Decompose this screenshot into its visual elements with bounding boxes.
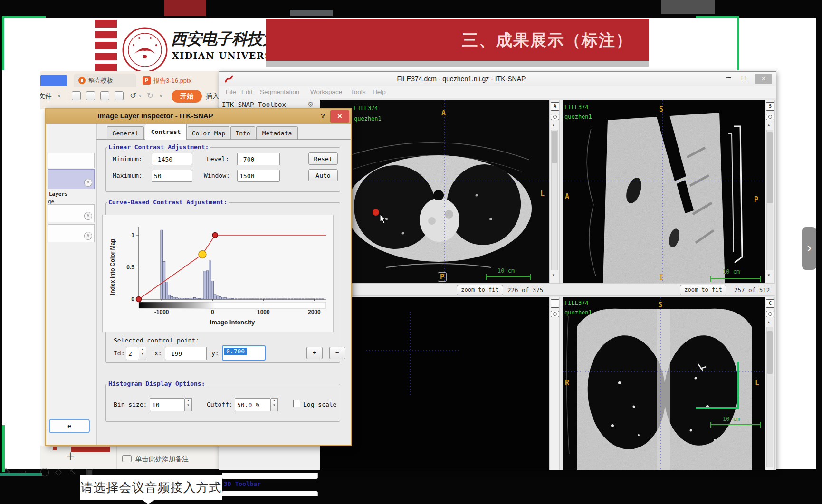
scrollbar-track[interactable] [766, 130, 773, 270]
coronal-view[interactable] [563, 297, 765, 470]
add-point-button[interactable]: + [306, 347, 323, 359]
annotation-dot[interactable] [373, 209, 379, 216]
scrollbar-track[interactable] [766, 327, 773, 467]
tab-color-map[interactable]: Color Map [188, 126, 229, 140]
undo-icon[interactable]: ↺ [130, 91, 136, 101]
menu-help[interactable]: Help [373, 88, 386, 95]
output-icon[interactable] [86, 91, 95, 100]
scroll-up-icon[interactable]: ▲ [552, 123, 555, 127]
minimize-icon[interactable]: – [726, 73, 731, 82]
curve-chart-svg[interactable]: 00.51-1000010002000Image Intensity [103, 215, 334, 333]
cutoff-spinner[interactable]: ▲▼ [271, 398, 278, 411]
bin-size-spinner[interactable]: ▲▼ [185, 398, 192, 411]
camera-icon[interactable] [766, 114, 774, 120]
cursor-icon[interactable]: ↖ [69, 466, 76, 477]
layer-row[interactable]: ∨ [48, 224, 95, 242]
menu-segmentation[interactable]: Segmentation [260, 88, 299, 95]
scroll-up-icon[interactable]: ▲ [767, 123, 771, 127]
dialog-titlebar[interactable]: Image Layer Inspector - ITK-SNAP ? × [46, 109, 351, 124]
layer-row[interactable]: ∨ [48, 204, 95, 222]
point-id-input[interactable] [126, 347, 139, 360]
rectangle-icon[interactable]: ▭ [18, 466, 26, 477]
preview-icon[interactable] [115, 91, 124, 100]
menu-workspace[interactable]: Workspace [310, 88, 342, 95]
tab-contrast[interactable]: Contrast [145, 124, 187, 140]
level-input[interactable] [237, 153, 280, 165]
redo-icon[interactable]: ↻ [147, 91, 153, 101]
contrast-curve-chart[interactable]: 00.51-1000010002000Image Intensity Index… [102, 215, 334, 332]
menu-file[interactable]: File [226, 88, 236, 95]
point-x-input[interactable] [165, 347, 207, 360]
window-input[interactable] [237, 170, 280, 182]
scroll-down-icon[interactable]: ▼ [552, 273, 555, 277]
maximize-icon[interactable]: □ [742, 74, 746, 82]
log-scale-checkbox[interactable] [293, 400, 300, 407]
dialog-close-icon[interactable]: × [330, 110, 349, 123]
curve-control-point[interactable] [136, 297, 142, 302]
image-layer-inspector-dialog: Image Layer Inspector - ITK-SNAP ? × ∨ L… [45, 108, 352, 446]
undo-dropdown-icon[interactable]: ∨ [139, 94, 142, 98]
gear-icon[interactable]: ⚙ [307, 100, 314, 109]
scroll-down-icon[interactable]: ▼ [767, 273, 771, 277]
minimum-input[interactable] [152, 153, 192, 165]
menu-edit[interactable]: Edit [241, 88, 252, 95]
tab-metadata[interactable]: Metadata [256, 126, 298, 140]
wps-file-menu[interactable]: 文件 [40, 92, 52, 101]
menu-tools[interactable]: Tools [351, 88, 366, 95]
diamond-icon[interactable]: ◇ [55, 466, 62, 477]
curve-control-point[interactable] [212, 233, 218, 238]
wps-insert-menu[interactable]: 插入 [206, 92, 219, 101]
remove-point-button[interactable]: − [329, 347, 345, 359]
sagittal-view-icon[interactable]: S [766, 102, 774, 111]
camera-icon[interactable] [766, 311, 774, 317]
save-icon[interactable] [72, 91, 81, 100]
axial-view[interactable] [320, 100, 549, 283]
close-icon[interactable]: × [755, 74, 772, 84]
wps-tab-fragment[interactable] [40, 75, 67, 86]
side-panel-expand-button[interactable]: › [802, 227, 816, 270]
layer-row-selected[interactable]: ∨ [48, 169, 95, 189]
ellipse-icon[interactable]: ◯ [40, 466, 49, 477]
add-slide-button[interactable]: + [66, 447, 75, 465]
wps-tab-file[interactable]: P 报告3-16.pptx [138, 74, 219, 87]
wps-tab-template[interactable]: 稻壳模板 [74, 74, 136, 87]
camera-icon[interactable] [551, 311, 559, 317]
cutoff-input[interactable] [235, 398, 271, 411]
axial-view-icon[interactable]: A [551, 102, 559, 111]
print-icon[interactable] [100, 91, 109, 100]
volume-view-icon[interactable] [551, 299, 559, 308]
chevron-down-icon[interactable]: ∨ [57, 93, 61, 98]
scrollbar-thumb[interactable] [767, 132, 773, 203]
tab-info[interactable]: Info [230, 126, 255, 140]
help-icon[interactable]: ? [321, 112, 325, 120]
reset-button[interactable]: Reset [308, 152, 338, 165]
scroll-up-icon[interactable]: ▲ [767, 320, 771, 324]
layer-row[interactable] [48, 153, 95, 168]
notes-placeholder[interactable]: 单击此处添加备注 [135, 455, 189, 464]
meeting-audio-tooltip[interactable]: 请选择会议音频接入方式 [80, 475, 222, 500]
layer-collapse-icon[interactable]: ∨ [84, 212, 92, 220]
scrollbar-thumb[interactable] [552, 131, 557, 163]
itksnap-titlebar[interactable]: FILE374.dcm - quezhen1.nii.gz - ITK-SNAP… [219, 72, 776, 86]
maximum-input[interactable] [152, 170, 192, 182]
scrollbar-thumb[interactable] [767, 331, 773, 374]
camera-icon[interactable] [551, 114, 559, 120]
coronal-view-icon[interactable]: C [766, 299, 774, 308]
layer-collapse-icon[interactable]: ∨ [84, 232, 92, 240]
layer-collapse-icon[interactable]: ∨ [84, 179, 92, 187]
point-id-spinner[interactable]: ▲▼ [139, 347, 146, 360]
curve-control-point-selected[interactable] [199, 251, 206, 258]
bin-size-input[interactable] [150, 398, 185, 411]
axial-zoom-to-fit-button[interactable]: zoom to fit [457, 285, 503, 295]
partial-close-button[interactable]: e [49, 419, 90, 433]
sagittal-view[interactable] [563, 100, 765, 283]
sagittal-zoom-to-fit-button[interactable]: zoom to fit [680, 285, 726, 295]
more-tools-icon[interactable]: ∨ [159, 93, 162, 98]
volume-3d-view[interactable] [320, 297, 549, 470]
pencil-icon[interactable]: ✎ [4, 466, 11, 477]
point-y-input[interactable]: 0.700 [222, 345, 266, 361]
scrollbar-track[interactable] [551, 130, 558, 270]
auto-button[interactable]: Auto [308, 169, 338, 181]
tab-general[interactable]: General [107, 126, 144, 140]
wps-start-button[interactable]: 开始 [172, 90, 202, 103]
